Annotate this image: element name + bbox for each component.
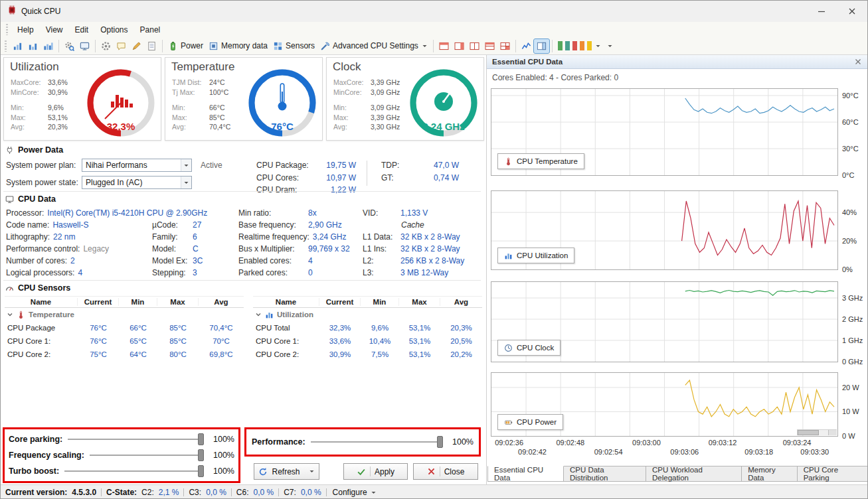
line-graph-button[interactable]	[519, 39, 534, 53]
feedback-button[interactable]	[114, 39, 129, 53]
cstate-value: 0,0 %	[206, 488, 226, 497]
core-parking-slider-thumb[interactable]	[198, 433, 204, 445]
side-panel-button[interactable]	[534, 39, 549, 53]
turbo-boost-slider[interactable]	[64, 464, 204, 478]
utilization-group-row[interactable]: Utilization	[253, 308, 482, 321]
sensor-value: 53,1%	[399, 324, 440, 332]
panel-close-icon[interactable]	[853, 56, 863, 67]
layout-rows-button[interactable]	[482, 40, 497, 52]
color-swatch	[587, 41, 592, 50]
turbo-boost-slider-thumb[interactable]	[198, 465, 204, 477]
field-label: Model:	[152, 244, 189, 253]
minimize-button[interactable]	[806, 1, 837, 22]
chart-row-cpu-temperature: 90°C60°C30°C0°CCPU Temperature	[491, 88, 868, 190]
configure-caret-icon	[371, 490, 377, 496]
performance-slider-thumb[interactable]	[437, 436, 443, 448]
menu-item-edit[interactable]: Edit	[68, 23, 94, 36]
menu-item-options[interactable]: Options	[94, 23, 133, 36]
power-reading-value: 1,22 W	[308, 185, 356, 194]
bar-chart-large-button[interactable]	[41, 39, 56, 53]
power-chart-scrollbar[interactable]	[797, 429, 837, 435]
report-button[interactable]	[144, 39, 159, 53]
tab-memory-data[interactable]: Memory Data	[742, 466, 797, 482]
cstate-name: C2:	[141, 488, 154, 497]
field-value: 6	[193, 232, 197, 242]
tab-cpu-core-parking[interactable]: CPU Core Parking	[798, 466, 868, 482]
toolbar-overflow-button[interactable]	[604, 41, 616, 51]
chart-colors-button[interactable]	[555, 39, 604, 52]
utilization-row-cpu-core-1[interactable]: CPU Core 1:33,6%10,4%53,1%20,5%	[253, 334, 482, 348]
configure-dropdown[interactable]: Configure	[333, 488, 377, 497]
power-battery-icon	[168, 41, 178, 51]
performance-slider[interactable]	[311, 435, 443, 449]
advanced-cpu-settings-button[interactable]: Advanced CPU Settings	[317, 39, 430, 53]
sensor-value: 20,3%	[440, 324, 482, 332]
cpu-temperature-button[interactable]: CPU Temperature	[497, 153, 584, 169]
temperature-row-cpu-core-2[interactable]: CPU Core 2:75°C64°C80°C69,8°C	[5, 348, 244, 361]
chart-row-cpu-power: 20 W10 W0 WCPU Power	[491, 372, 868, 437]
sensors-button[interactable]: Sensors	[270, 39, 317, 53]
sensor-value: 76°C	[78, 324, 119, 332]
memory-data-button[interactable]: Memory data	[206, 39, 270, 53]
cpu-clock-button[interactable]: CPU Clock	[497, 340, 561, 356]
core-parking-slider[interactable]	[68, 433, 204, 446]
cpu-clock-ytick: 0 GHz	[842, 358, 863, 366]
refresh-icon	[258, 467, 268, 476]
tab-cpu-workload-delegation[interactable]: CPU Workload Delegation	[646, 466, 742, 482]
frequency-scaling-slider-thumb[interactable]	[198, 449, 204, 461]
layout-split-button[interactable]	[497, 40, 513, 52]
refresh-dropdown-caret-icon[interactable]	[309, 468, 315, 474]
tab-cpu-data-distribution[interactable]: CPU Data Distribution	[564, 466, 646, 482]
power-button[interactable]: Power	[165, 39, 206, 53]
version-label: Current version:	[5, 488, 67, 497]
close-button[interactable]: Close	[413, 463, 478, 480]
temperature-group-label: Temperature	[29, 311, 74, 319]
column-header-min: Min	[361, 298, 399, 306]
menu-item-view[interactable]: View	[40, 23, 69, 36]
cpu-data-row: µCode:27	[152, 220, 203, 232]
layout-top-button[interactable]	[436, 40, 452, 52]
close-window-button[interactable]	[837, 1, 867, 22]
services-gear-button[interactable]	[98, 39, 114, 53]
cpu-power-button[interactable]: CPU Power	[497, 414, 563, 430]
sensor-name: CPU Total	[253, 324, 319, 332]
layout-right-icon	[454, 42, 464, 50]
scrollbar-thumb[interactable]	[798, 430, 819, 435]
system-scan-button[interactable]	[62, 39, 77, 53]
monitor-button[interactable]	[77, 39, 92, 53]
apply-button[interactable]: Apply	[343, 463, 408, 480]
sensor-value: 53,1%	[399, 337, 440, 345]
chevron-down-icon[interactable]	[7, 309, 13, 321]
sensor-value: 69,8°C	[199, 350, 244, 358]
temperature-group-row[interactable]: Temperature	[5, 308, 244, 321]
sensors-button-label: Sensors	[286, 41, 315, 50]
column-header-name: Name	[253, 298, 319, 306]
time-axis-row2: 09:02:4209:02:5409:03:0609:03:1809:03:30	[491, 448, 838, 457]
menu-item-panel[interactable]: Panel	[134, 23, 167, 36]
chart-row-cpu-utilization: 40%20%0%CPU Utilization	[491, 190, 868, 281]
utilization-row-cpu-core-2[interactable]: CPU Core 2:30,9%7,5%53,1%20,2%	[253, 348, 482, 361]
cpu-data-row: Stepping:3	[152, 268, 203, 280]
cpu-data-col2: µCode:27Family:6Model:CModel Ex:3CSteppi…	[152, 208, 203, 280]
refresh-button[interactable]: Refresh	[254, 463, 319, 480]
menu-item-help[interactable]: Help	[11, 23, 40, 36]
bar-chart-small-button[interactable]	[10, 39, 25, 53]
field-label: Code name:	[6, 220, 49, 230]
tab-essential-cpu-data[interactable]: Essential CPU Data	[487, 466, 564, 482]
toolbar: PowerMemory dataSensorsAdvanced CPU Sett…	[1, 37, 867, 55]
sensor-value: 80°C	[157, 350, 199, 358]
appearance-brush-button[interactable]	[129, 39, 144, 53]
layout-columns-button[interactable]	[467, 40, 482, 52]
scrollbar-arrow-button[interactable]	[828, 430, 837, 435]
bar-chart-medium-button[interactable]	[25, 39, 41, 53]
temperature-row-cpu-core-1[interactable]: CPU Core 1:76°C65°C85°C70°C	[5, 334, 244, 348]
layout-right-button[interactable]	[452, 40, 467, 52]
frequency-scaling-slider[interactable]	[90, 449, 204, 462]
sensor-value: 30,9%	[319, 350, 361, 358]
utilization-row-cpu-total[interactable]: CPU Total32,3%9,6%53,1%20,3%	[253, 321, 482, 334]
cpu-utilization-button[interactable]: CPU Utilization	[497, 248, 574, 263]
sensor-name: CPU Package	[5, 324, 78, 332]
cpu-sensors-section-header: CPU Sensors	[5, 283, 70, 293]
chevron-down-icon[interactable]	[255, 309, 262, 321]
temperature-row-cpu-package[interactable]: CPU Package76°C66°C85°C70,4°C	[5, 321, 244, 334]
